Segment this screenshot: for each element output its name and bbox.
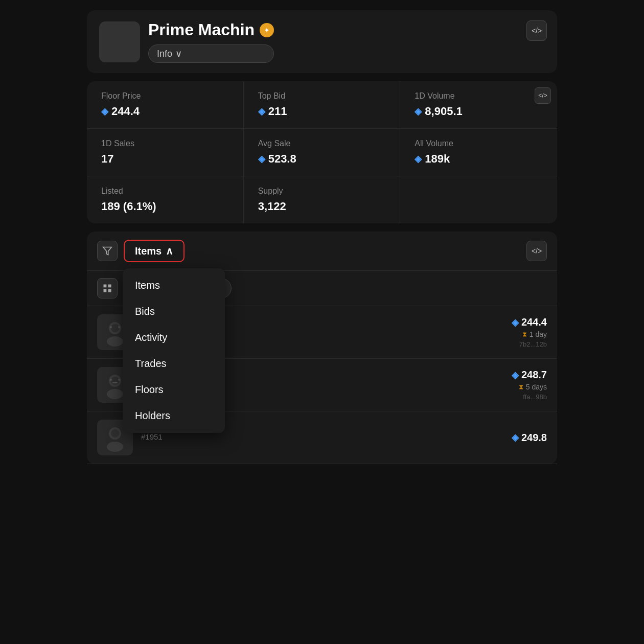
drop-icon: ◈ [415,106,422,117]
stat-top-bid: Top Bid ◈ 211 [244,81,401,129]
stat-empty [400,176,557,223]
header-card: Prime Machin ✦ Info ∨ </> [87,10,557,73]
svg-rect-15 [112,382,118,383]
all-volume-value: ◈ 189k [415,152,543,166]
stats-grid: Floor Price ◈ 244.4 Top Bid ◈ 211 </> 1D… [87,81,557,223]
nft-price-section: ◈ 244.4 ⧗ 1 day 7b2...12b [512,316,547,348]
chevron-down-icon: ∨ [175,48,182,59]
header-title: Prime Machin ✦ [148,20,274,39]
items-header: Items ∧ </> [87,232,557,271]
svg-point-18 [107,442,123,452]
1d-volume-label: 1D Volume [415,91,543,101]
header-info: Prime Machin ✦ Info ∨ [148,20,274,63]
avg-sale-value: ◈ 523.8 [258,152,386,166]
items-code-button[interactable]: </> [526,241,547,261]
nft-time-value: 1 day [530,330,547,338]
nft-time: ⧗ 5 days [519,383,547,391]
top-bid-value: ◈ 211 [258,105,386,118]
items-dropdown-button[interactable]: Items ∧ [124,240,185,262]
stat-listed: Listed 189 (6.1%) [87,176,244,223]
svg-point-11 [111,377,119,385]
code-icon: </> [532,27,542,35]
collection-name: Prime Machin [148,20,255,39]
1d-volume-number: 8,905.1 [425,105,462,118]
info-button[interactable]: Info ∨ [148,44,274,63]
nft-price-value: 248.7 [521,369,547,381]
drop-icon: ◈ [512,370,519,381]
svg-point-9 [118,326,120,328]
stats-card: Floor Price ◈ 244.4 Top Bid ◈ 211 </> 1D… [87,81,557,223]
grid-view-button[interactable] [97,278,118,298]
avg-sale-number: 523.8 [268,152,296,166]
nft-price-section: ◈ 249.8 [512,432,547,444]
time-icon: ⧗ [519,383,523,391]
svg-rect-1 [104,285,107,288]
drop-icon: ◈ [512,432,519,443]
dropdown-items[interactable]: Items [123,272,225,298]
svg-point-13 [110,379,112,381]
stat-supply: Supply 3,122 [244,176,401,223]
main-container: Prime Machin ✦ Info ∨ </> Floor Price ◈ … [87,10,557,464]
stat-avg-sale: Avg Sale ◈ 523.8 [244,129,401,176]
nft-price-value: 249.8 [521,432,547,444]
nft-time: ⧗ 1 day [522,330,547,338]
1d-sales-number: 17 [101,152,113,166]
1d-volume-value: ◈ 8,905.1 [415,105,543,118]
svg-point-14 [118,379,120,381]
nft-price: ◈ 248.7 [512,369,547,381]
volume-code-button[interactable]: </> [535,87,551,104]
listed-number: 189 (6.1%) [101,200,156,213]
svg-marker-0 [103,247,112,255]
nft-price: ◈ 244.4 [512,316,547,328]
supply-number: 3,122 [258,200,286,213]
drop-icon: ◈ [512,317,519,328]
drop-icon: ◈ [258,106,265,117]
all-volume-number: 189k [425,152,450,166]
supply-label: Supply [258,187,386,196]
stat-1d-volume: </> 1D Volume ◈ 8,905.1 [400,81,557,129]
nft-price-value: 244.4 [521,316,547,328]
drop-icon: ◈ [258,153,265,165]
nft-address: ffa...98b [523,393,547,401]
code-icon: </> [532,247,542,255]
nft-price: ◈ 249.8 [512,432,547,444]
floor-price-number: 244.4 [111,105,140,118]
svg-point-7 [107,336,123,347]
verified-badge: ✦ [260,23,274,37]
time-icon: ⧗ [522,330,527,338]
dropdown-activity[interactable]: Activity [123,325,225,351]
code-icon: </> [538,92,547,99]
filter-button[interactable] [97,241,118,261]
supply-value: 3,122 [258,200,386,213]
floor-price-value: ◈ 244.4 [101,105,229,118]
header-code-button[interactable]: </> [526,20,547,41]
drop-icon: ◈ [101,106,108,117]
svg-point-8 [110,326,112,328]
nft-time-value: 5 days [526,383,547,391]
dropdown-bids[interactable]: Bids [123,298,225,325]
nft-details: #1951 [141,432,503,443]
info-label: Info [157,49,172,59]
dropdown-floors[interactable]: Floors [123,377,225,403]
avatar [99,21,140,62]
drop-icon: ◈ [415,153,422,165]
svg-rect-3 [104,289,107,292]
chevron-up-icon: ∧ [166,245,173,257]
listed-value: 189 (6.1%) [101,200,229,213]
svg-rect-2 [108,285,111,288]
dropdown-holders[interactable]: Holders [123,403,225,429]
listed-label: Listed [101,187,229,196]
stat-all-volume: All Volume ◈ 189k [400,129,557,176]
nft-address: 7b2...12b [519,340,547,348]
svg-point-17 [111,429,119,438]
1d-sales-value: 17 [101,152,229,166]
svg-point-6 [111,324,119,332]
nft-id: #1951 [141,432,503,441]
items-dropdown-label: Items [135,245,162,257]
svg-point-12 [107,389,123,399]
top-bid-label: Top Bid [258,91,386,101]
items-dropdown-menu: Items Bids Activity Trades Floors Holder… [123,268,225,433]
all-volume-label: All Volume [415,139,543,148]
dropdown-trades[interactable]: Trades [123,351,225,377]
stat-1d-sales: 1D Sales 17 [87,129,244,176]
